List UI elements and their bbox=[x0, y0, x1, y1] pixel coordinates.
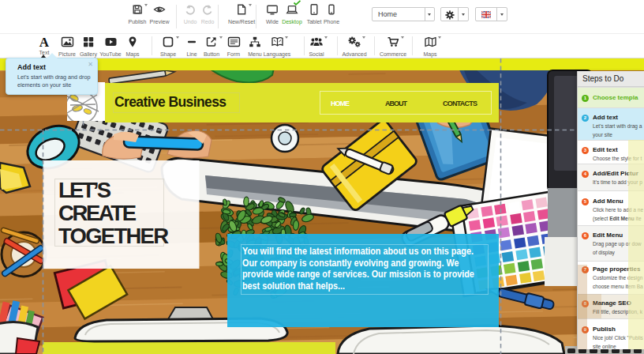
svg-text:provide wide range of services: provide wide range of services. Our miss… bbox=[242, 269, 474, 280]
svg-text:Our company is constantly evol: Our company is constantly evolving and g… bbox=[242, 258, 459, 268]
svg-text:ABOUT: ABOUT bbox=[385, 100, 408, 107]
svg-text:CREATE: CREATE bbox=[58, 201, 137, 225]
svg-text:best solution that helps...: best solution that helps... bbox=[242, 281, 345, 292]
svg-text:CONTACTS: CONTACTS bbox=[443, 100, 477, 107]
svg-text:You will find the latest infor: You will find the latest information abo… bbox=[242, 246, 474, 256]
svg-text:LET’S: LET’S bbox=[58, 178, 111, 202]
svg-text:TOGETHER: TOGETHER bbox=[58, 224, 169, 248]
svg-text:Creative Business: Creative Business bbox=[114, 94, 227, 110]
svg-text:HOME: HOME bbox=[331, 100, 350, 107]
